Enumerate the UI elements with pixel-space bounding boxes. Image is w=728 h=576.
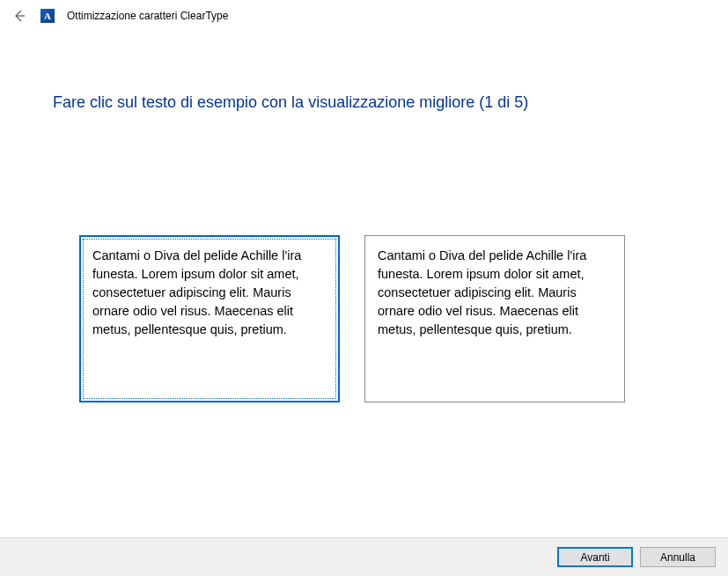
cancel-button[interactable]: Annulla xyxy=(640,547,716,567)
main-content: Fare clic sul testo di esempio con la vi… xyxy=(0,93,728,402)
sample-option-1[interactable]: Cantami o Diva del pelide Achille l'ira … xyxy=(79,235,340,402)
app-icon-letter: A xyxy=(44,11,51,21)
footer-bar: Avanti Annulla xyxy=(0,537,728,576)
next-button[interactable]: Avanti xyxy=(557,547,633,567)
instruction-heading: Fare clic sul testo di esempio con la vi… xyxy=(53,93,675,112)
sample-text: Cantami o Diva del pelide Achille l'ira … xyxy=(92,248,301,336)
back-button[interactable] xyxy=(11,7,28,25)
back-arrow-icon xyxy=(12,9,26,23)
app-icon: A xyxy=(40,9,55,23)
sample-option-2[interactable]: Cantami o Diva del pelide Achille l'ira … xyxy=(364,235,625,402)
sample-row: Cantami o Diva del pelide Achille l'ira … xyxy=(53,235,675,402)
header-bar: A Ottimizzazione caratteri ClearType xyxy=(0,0,728,32)
sample-text: Cantami o Diva del pelide Achille l'ira … xyxy=(378,248,586,336)
window-title: Ottimizzazione caratteri ClearType xyxy=(67,10,228,22)
